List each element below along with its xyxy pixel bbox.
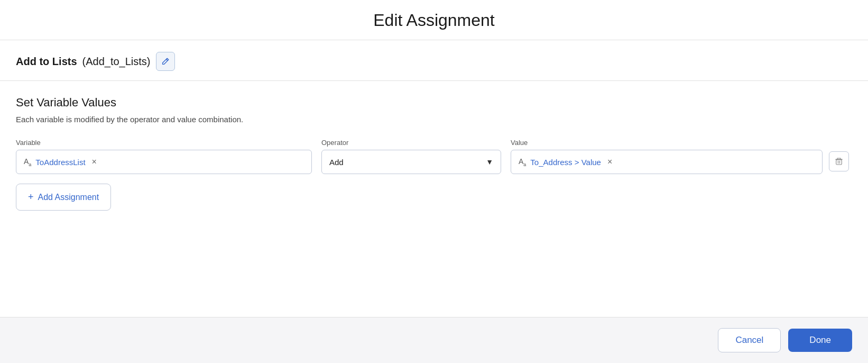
edit-name-button[interactable] [156,52,175,71]
description-text: Each variable is modified by the operato… [16,115,852,124]
cancel-button[interactable]: Cancel [718,328,781,352]
variable-type-icon: Aa [24,157,31,167]
done-button[interactable]: Done [788,329,852,352]
operator-select[interactable]: Add ▼ [321,150,501,174]
dropdown-arrow-icon: ▼ [486,158,493,166]
operator-value: Add [329,158,344,167]
section-name-code: (Add_to_Lists) [82,56,151,68]
svg-rect-1 [836,160,842,165]
section-header: Add to Lists (Add_to_Lists) [0,40,868,81]
operator-column: Operator Add ▼ [321,139,501,174]
variable-tag-close[interactable]: × [92,157,97,167]
footer: Cancel Done [0,317,868,363]
value-tag-close[interactable]: × [607,157,612,167]
add-assignment-label: Add Assignment [38,193,99,202]
add-plus-icon: + [28,192,34,203]
operator-label: Operator [321,139,501,147]
variable-label: Variable [16,139,312,147]
value-type-icon: Aa [519,157,526,167]
delete-column [829,139,852,171]
value-column: Value Aa To_Address > Value × [511,139,823,174]
value-tag-label: To_Address > Value [530,158,601,167]
assignment-row: Variable Aa ToAddressList × Operator Add… [16,139,852,174]
delete-row-button[interactable] [829,151,849,171]
main-content: Add to Lists (Add_to_Lists) Set Variable… [0,40,868,317]
variable-input[interactable]: Aa ToAddressList × [16,150,312,174]
page-title: Edit Assignment [373,11,494,30]
section-name-bold: Add to Lists [16,56,77,68]
add-assignment-button[interactable]: + Add Assignment [16,184,111,211]
body-section: Set Variable Values Each variable is mod… [0,81,868,317]
variable-tag-label: ToAddressList [35,158,85,167]
value-label: Value [511,139,823,147]
value-input[interactable]: Aa To_Address > Value × [511,150,823,174]
set-variable-title: Set Variable Values [16,96,852,110]
variable-column: Variable Aa ToAddressList × [16,139,312,174]
page-header: Edit Assignment [0,0,868,40]
